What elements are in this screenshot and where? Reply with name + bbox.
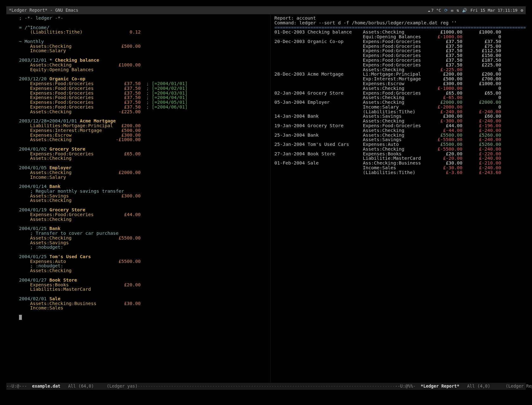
clock-text: Fri 15 Mar 17:11:19 <box>470 8 517 12</box>
cloud-icon: ☁ <box>428 8 430 12</box>
weather-text: 7 °C <box>431 8 441 12</box>
modeline-dashes: ----------------------------------------… <box>138 384 395 389</box>
mode-line-right: --U:@%%- *Ledger Report* All (4,0) (Ledg… <box>395 383 532 390</box>
network-icon[interactable]: ⇅ <box>457 8 459 12</box>
mail-icon[interactable]: ✉ <box>451 8 453 12</box>
modeline-buffer-name: *Ledger Report* <box>421 384 459 389</box>
modeline-flags: --U:@--- <box>6 384 32 389</box>
modeline-buffer-name: example.dat <box>32 384 60 389</box>
modeline-flags: --U:@%%- <box>395 384 421 389</box>
system-tray: ☁ 7 °C ⟳ ✉ ⇅ 🔊 Fri 15 Mar 17:11:19 ⚙ <box>428 8 523 12</box>
modeline-mode: (Ledger Report yas) <box>506 384 532 389</box>
settings-cog-icon[interactable]: ⚙ <box>521 8 523 12</box>
ledger-source-pane[interactable]: ; -*- ledger -*- = /^Income/ (Liabilitie… <box>6 15 270 383</box>
window-title: *Ledger Report* - GNU Emacs <box>9 8 428 13</box>
mode-line: --U:@--- example.dat All (64,0) (Ledger … <box>6 383 526 390</box>
modeline-position: All (4,0) <box>459 384 506 389</box>
mode-line-left: --U:@--- example.dat All (64,0) (Ledger … <box>6 383 395 390</box>
minibuffer[interactable] <box>6 390 526 399</box>
window-titlebar: *Ledger Report* - GNU Emacs ☁ 7 °C ⟳ ✉ ⇅… <box>6 6 526 15</box>
refresh-icon[interactable]: ⟳ <box>444 8 448 12</box>
modeline-mode: (Ledger yas) <box>107 384 138 389</box>
weather-indicator[interactable]: ☁ 7 °C <box>428 8 441 12</box>
volume-icon[interactable]: 🔊 <box>462 8 467 12</box>
ledger-report-pane[interactable]: Report: accountCommand: ledger --sort d … <box>270 15 526 383</box>
modeline-position: All (64,0) <box>60 384 107 389</box>
